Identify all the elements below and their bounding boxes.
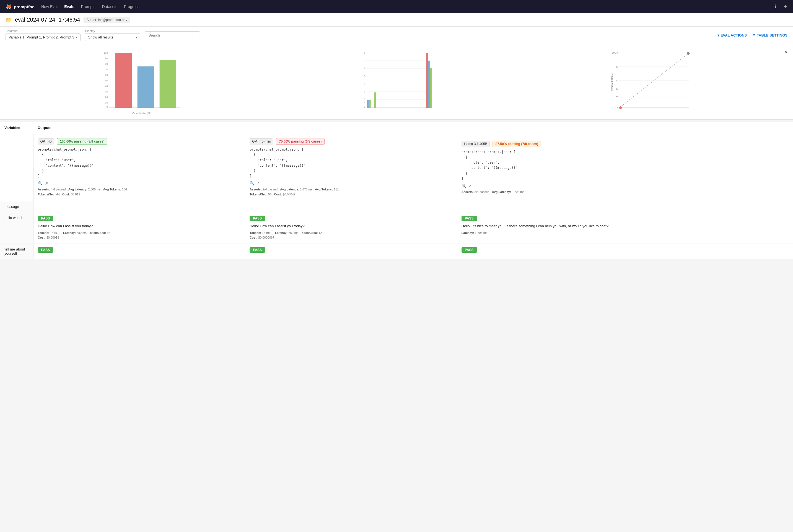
search-icon-3[interactable]: 🔍 — [462, 184, 466, 188]
author-badge: Author: ian@promptfoo.dev — [83, 17, 130, 23]
folder-icon: 📁 — [5, 17, 12, 23]
pass-badge-hello-1: PASS — [38, 216, 53, 221]
prompt-stats-3: Asserts: 3/4 passed Avg Latency: 9,708 m… — [462, 190, 789, 195]
search-icon-1[interactable]: 🔍 — [38, 181, 43, 186]
pass-rate-badge-3: 87.50% passing (7/8 cases) — [492, 140, 541, 147]
eval-actions-label: EVAL ACTIONS — [720, 33, 747, 37]
chevron-down-icon: ▾ — [717, 33, 719, 37]
row-variable-message: message — [0, 201, 33, 212]
nav-prompts[interactable]: Prompts — [81, 3, 95, 10]
info-icon[interactable]: ℹ — [775, 4, 777, 10]
pass-rate-badge-2: 75.00% passing (6/8 cases) — [276, 138, 325, 145]
prompt-stats-1: Asserts: 4/4 passed Avg Latency: 2,005 m… — [38, 187, 241, 197]
chart-area: 100 90 80 70 60 50 40 30 20 10 0 — [0, 44, 793, 119]
row-output-hello-1: PASS Hello! How can I assist you today? … — [33, 212, 245, 244]
svg-text:60: 60 — [615, 79, 618, 82]
row-output-message-2 — [245, 201, 457, 212]
nav-evals[interactable]: Evals — [64, 3, 74, 10]
svg-text:30: 30 — [105, 90, 108, 93]
navbar: 🦊 promptfoo New Eval Evals Prompts Datas… — [0, 0, 793, 13]
output-stats-hello-3: Latency: 1,708 ms — [462, 231, 789, 235]
search-icon-2[interactable]: 🔍 — [250, 181, 254, 186]
output-text-hello-1: Hello! How can I assist you today? — [38, 223, 241, 229]
columns-chevron-icon: ▾ — [76, 35, 77, 39]
toolbar-right: ▾ EVAL ACTIONS ⚙ TABLE SETTINGS — [717, 33, 788, 37]
row-output-message-1 — [33, 201, 245, 212]
model-badge-2: GPT 4o-mini — [250, 138, 273, 145]
hist-bar-1 — [367, 100, 369, 108]
svg-text:60: 60 — [661, 109, 663, 110]
svg-text:0: 0 — [617, 106, 618, 108]
svg-text:60: 60 — [105, 74, 108, 76]
settings-icon[interactable]: ✦ — [783, 4, 788, 10]
scatter-dot-2 — [619, 106, 622, 109]
svg-text:0: 0 — [619, 109, 621, 110]
svg-text:0.4: 0.4 — [395, 109, 399, 110]
eval-actions-button[interactable]: ▾ EVAL ACTIONS — [717, 33, 747, 37]
table-settings-label: TABLE SETTINGS — [757, 33, 788, 37]
pass-badge-hello-3: PASS — [462, 216, 477, 221]
nav-progress[interactable]: Progress — [124, 3, 139, 10]
svg-text:0.7: 0.7 — [417, 109, 420, 110]
eval-title: eval-2024-07-24T17:46:54 — [15, 17, 80, 23]
nav-new-eval[interactable]: New Eval — [41, 3, 58, 10]
bar-chart-container: 100 90 80 70 60 50 40 30 20 10 0 — [5, 49, 277, 115]
display-value: Show all results — [88, 35, 113, 39]
prompt-code-2: prompts/chat_prompt.json: [ { "role": "u… — [250, 147, 452, 179]
hist-bar-3 — [374, 92, 376, 108]
histogram-container: 8 7 6 5 4 3 2 1 0 0 0.1 0.2 0.3 0.4 0.5 — [283, 49, 510, 111]
nav-datasets[interactable]: Datasets — [102, 3, 117, 10]
pass-badge-tell-1: PASS — [38, 247, 53, 253]
external-link-icon-3[interactable]: ↗ — [468, 184, 472, 188]
table-row: hello world PASS Hello! How can I assist… — [0, 212, 793, 244]
brand-logo: 🦊 — [5, 4, 12, 10]
col-variables: Variables — [0, 122, 33, 134]
svg-text:2: 2 — [364, 98, 366, 101]
display-group: Display Show all results ▾ — [85, 29, 140, 41]
svg-text:100%: 100% — [612, 52, 618, 54]
hist-bar-5 — [428, 61, 430, 108]
table-section: Variables Outputs GPT 4o 100.00% passing… — [0, 122, 793, 259]
svg-text:40: 40 — [105, 85, 108, 88]
chart-close-button[interactable]: × — [784, 49, 788, 55]
svg-text:0.6: 0.6 — [410, 109, 413, 110]
columns-select[interactable]: Variable 1, Prompt 1, Prompt 2, Prompt 3… — [5, 33, 80, 41]
svg-text:20: 20 — [633, 109, 636, 110]
svg-text:90: 90 — [105, 57, 108, 60]
model-badge-3: Llama 3.1 405B — [462, 141, 490, 147]
output-text-hello-3: Hello! It's nice to meet you. Is there s… — [462, 223, 789, 229]
svg-text:0.3: 0.3 — [388, 109, 391, 110]
columns-label: Columns — [5, 29, 80, 33]
prompt-code-3: prompts/chat_prompt.json: [ { "role": "u… — [462, 150, 789, 181]
display-select[interactable]: Show all results ▾ — [85, 33, 140, 41]
prompt-header-1: GPT 4o 100.00% passing (8/8 cases) promp… — [33, 134, 245, 201]
pass-badge-hello-2: PASS — [250, 216, 265, 221]
pass-badge-tell-3: PASS — [462, 247, 477, 253]
table-row: message — [0, 201, 793, 212]
svg-text:20: 20 — [105, 96, 108, 98]
hist-bar-2 — [369, 100, 371, 108]
svg-text:3: 3 — [364, 90, 366, 93]
external-link-icon-2[interactable]: ↗ — [256, 181, 260, 186]
svg-text:0.5: 0.5 — [403, 109, 406, 110]
prompt-header-3: Llama 3.1 405B 87.50% passing (7/8 cases… — [457, 134, 793, 201]
row-output-hello-3: PASS Hello! It's nice to meet you. Is th… — [457, 212, 793, 244]
external-link-icon-1[interactable]: ↗ — [45, 181, 48, 186]
svg-text:100: 100 — [104, 52, 108, 54]
row-variable-hello: hello world — [0, 212, 33, 244]
bar-gpt4o — [115, 53, 132, 108]
bar-gpt4omini — [137, 66, 154, 108]
scatter-chart: 100% 80 60 40 20 0 Prompt 2 Score 0 20 4… — [516, 49, 788, 110]
histogram: 8 7 6 5 4 3 2 1 0 0 0.1 0.2 0.3 0.4 0.5 — [283, 49, 510, 110]
table-settings-button[interactable]: ⚙ TABLE SETTINGS — [752, 33, 788, 37]
svg-text:4: 4 — [364, 82, 366, 85]
svg-text:0.1: 0.1 — [374, 109, 377, 110]
prompt-stats-2: Asserts: 2/4 passed Avg Latency: 1,673 m… — [250, 187, 452, 197]
brand: 🦊 promptfoo — [5, 4, 35, 10]
row-output-hello-2: PASS Hello! How can I assist you today? … — [245, 212, 457, 244]
svg-text:100%: 100% — [685, 109, 691, 110]
svg-text:80: 80 — [105, 62, 108, 65]
search-input[interactable] — [145, 31, 200, 39]
hist-bar-4 — [426, 53, 428, 108]
svg-text:5: 5 — [364, 75, 366, 77]
